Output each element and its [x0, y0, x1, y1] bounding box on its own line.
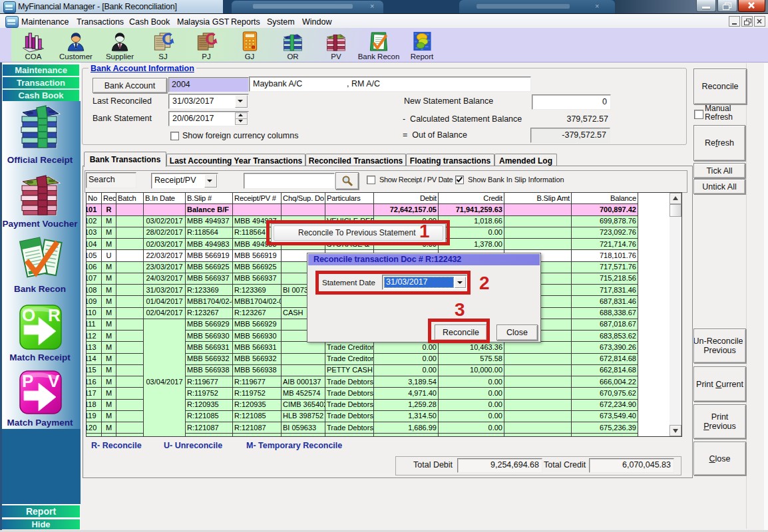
svg-text:O: O	[22, 305, 35, 325]
svg-text:P: P	[22, 371, 33, 391]
svg-text:R: R	[48, 305, 61, 325]
svg-text:V: V	[48, 371, 60, 391]
